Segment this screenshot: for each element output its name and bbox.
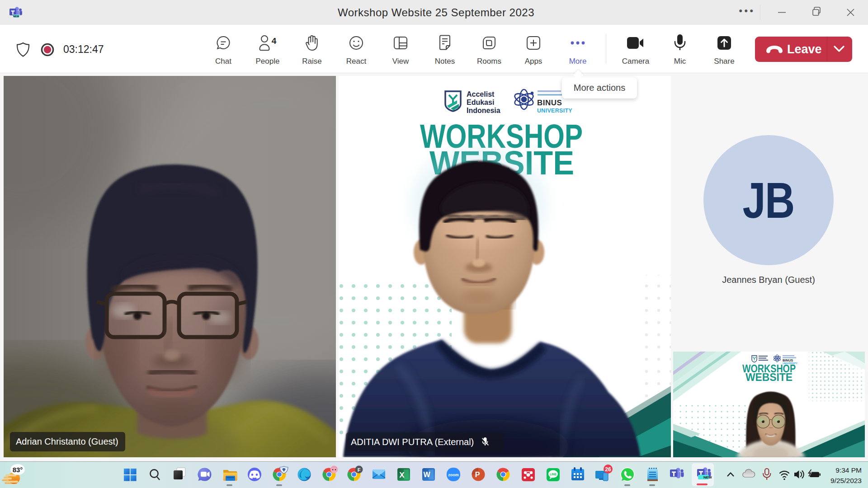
svg-text:Indonesia: Indonesia	[467, 107, 500, 114]
svg-text:NEW: NEW	[13, 15, 19, 18]
svg-text:W: W	[423, 471, 430, 479]
svg-text:zoom: zoom	[448, 473, 459, 477]
svg-text:P: P	[475, 471, 480, 479]
svg-text:X: X	[399, 471, 405, 479]
svg-text:83°: 83°	[13, 466, 23, 474]
svg-text:Accelist: Accelist	[467, 90, 495, 98]
svg-text:NEW: NEW	[703, 475, 712, 479]
svg-text:26: 26	[605, 466, 611, 473]
svg-text:F: F	[358, 467, 361, 473]
svg-text:WEBSITE: WEBSITE	[745, 371, 793, 383]
svg-text:LINE: LINE	[550, 473, 557, 476]
svg-text:4: 4	[272, 36, 277, 46]
svg-text:BINUS: BINUS	[537, 99, 562, 107]
svg-text:UNIVERSITY: UNIVERSITY	[537, 108, 572, 114]
svg-text:Edukasi: Edukasi	[467, 99, 494, 106]
